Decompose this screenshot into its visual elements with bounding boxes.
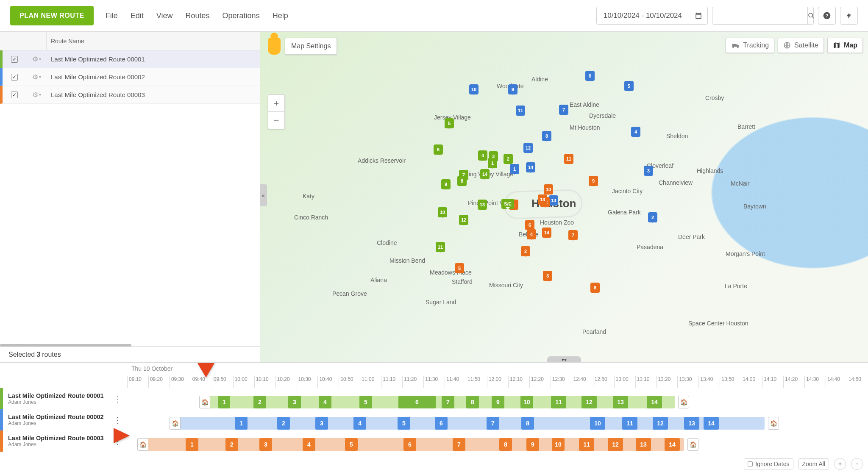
timeline-stop-3-1[interactable]: 1	[186, 438, 198, 451]
map-stop-gr-8[interactable]: 8	[457, 176, 467, 186]
timeline-stop-1-2[interactable]: 2	[253, 396, 266, 408]
timeline-stop-2-12[interactable]: 12	[653, 417, 668, 430]
map-stop-bl-8[interactable]: 8	[542, 131, 551, 141]
timeline-home-start-1[interactable]: 🏠	[199, 396, 210, 408]
timeline-route-label-2[interactable]: Last Mile Optimized Route 00002Adam Jone…	[0, 409, 127, 430]
plan-new-route-button[interactable]: PLAN NEW ROUTE	[10, 6, 94, 25]
map-stop-bl-11[interactable]: 11	[516, 106, 525, 116]
kebab-icon[interactable]: ⋮	[113, 415, 122, 425]
timeline-stop-1-13[interactable]: 13	[613, 396, 628, 408]
menu-operations[interactable]: Operations	[223, 11, 260, 20]
timeline-home-start-2[interactable]: 🏠	[170, 417, 181, 430]
timeline-stop-1-1[interactable]: 1	[218, 396, 230, 408]
map-stop-bl-3[interactable]: 3	[644, 166, 653, 176]
timeline-lane-2[interactable]: 123456781011121314	[177, 417, 765, 430]
map-stop-bl-12[interactable]: 12	[523, 143, 533, 153]
timeline-stop-1-4[interactable]: 4	[319, 396, 331, 408]
map-stop-gr-3[interactable]: 3	[489, 151, 498, 161]
map-stop-gr-4[interactable]: 4	[478, 150, 487, 161]
timeline-home-end-1[interactable]: 🏠	[678, 396, 689, 408]
route-gear-menu[interactable]: ⚙▾	[26, 55, 47, 63]
ignore-dates-toggle[interactable]: Ignore Dates	[744, 458, 793, 469]
timeline-stop-3-8[interactable]: 8	[499, 438, 512, 451]
map-stop-or-11[interactable]: 11	[564, 154, 573, 164]
map-stop-gr-9[interactable]: 9	[441, 179, 451, 189]
map-stop-or-3[interactable]: 3	[543, 271, 552, 281]
timeline-stop-3-13[interactable]: 13	[636, 438, 651, 451]
timeline-stop-1-8[interactable]: 8	[466, 396, 479, 408]
search-box[interactable]	[712, 7, 814, 25]
timeline-stop-2-3[interactable]: 3	[315, 417, 328, 430]
timeline-lane-3[interactable]: 1234567891011121314	[145, 438, 684, 451]
map-stop-or-7[interactable]: 7	[568, 230, 578, 240]
timeline-stop-1-14[interactable]: 14	[647, 396, 662, 408]
route-gear-menu[interactable]: ⚙▾	[26, 91, 47, 99]
timeline-stop-1-3[interactable]: 3	[288, 396, 301, 408]
zoom-all-button[interactable]: Zoom All	[798, 458, 829, 469]
map-stop-gr-10[interactable]: 10	[438, 207, 447, 217]
timeline-stop-2-10[interactable]: 10	[590, 417, 605, 430]
search-icon[interactable]	[807, 7, 815, 24]
map-stop-or-13[interactable]: 13	[538, 194, 547, 205]
kebab-icon[interactable]: ⋮	[113, 394, 122, 404]
timeline-zoom-out[interactable]: －	[851, 458, 863, 470]
map-stop-bl-5[interactable]: 5	[624, 81, 634, 91]
timeline-stop-2-11[interactable]: 11	[622, 417, 637, 430]
timeline-stop-3-3[interactable]: 3	[259, 438, 272, 451]
map-stop-bl-4[interactable]: 4	[631, 127, 640, 137]
timeline-stop-1-5[interactable]: 5	[359, 396, 372, 408]
map-toggle[interactable]: Map	[827, 38, 863, 53]
timeline-stop-3-2[interactable]: 2	[225, 438, 238, 451]
timeline-stop-3-4[interactable]: 4	[303, 438, 315, 451]
search-input[interactable]	[712, 12, 807, 19]
collapse-timeline-handle[interactable]: ▾▾	[547, 356, 581, 362]
timeline-zoom-in[interactable]: ＋	[834, 458, 846, 470]
timeline-stop-3-10[interactable]: 10	[552, 438, 565, 451]
timeline-stop-2-6[interactable]: 6	[435, 417, 448, 430]
route-row-1[interactable]: ✓⚙▾Last Mile Optimized Route 00001	[0, 50, 260, 68]
timeline-stop-3-6[interactable]: 6	[403, 438, 416, 451]
menu-help[interactable]: Help	[273, 11, 288, 20]
timeline-stop-2-1[interactable]: 1	[235, 417, 248, 430]
kebab-icon[interactable]: ⋮	[113, 436, 122, 446]
map-stop-gr-11[interactable]: 11	[436, 242, 445, 252]
route-gear-menu[interactable]: ⚙▾	[26, 73, 47, 81]
map-start-end-marker[interactable]: S/E	[501, 199, 514, 209]
map-stop-or-2[interactable]: 2	[521, 246, 530, 256]
column-header-route-name[interactable]: Route Name	[47, 38, 84, 44]
timeline-stop-1-7[interactable]: 7	[442, 396, 454, 408]
zoom-in-button[interactable]: +	[268, 95, 284, 112]
map-stop-bl-2[interactable]: 2	[648, 212, 657, 222]
tracking-toggle[interactable]: Tracking	[726, 38, 774, 53]
zoom-out-button[interactable]: −	[268, 112, 284, 129]
timeline-home-start-3[interactable]: 🏠	[137, 438, 148, 451]
timeline-stop-2-2[interactable]: 2	[277, 417, 290, 430]
timeline-lane-1[interactable]: 1234567891011121314	[207, 396, 675, 408]
help-icon[interactable]: ?	[818, 7, 836, 25]
map-stop-bl-9[interactable]: 9	[508, 84, 517, 94]
pegman-icon[interactable]	[268, 38, 281, 55]
timeline-stop-1-10[interactable]: 10	[520, 396, 533, 408]
timeline-stop-3-12[interactable]: 12	[608, 438, 623, 451]
map-stop-or-5[interactable]: 5	[455, 263, 464, 273]
timeline-stop-1-11[interactable]: 11	[551, 396, 566, 408]
date-range-picker[interactable]: 10/10/2024 - 10/10/2024	[596, 7, 708, 25]
timeline-stop-2-8[interactable]: 8	[521, 417, 534, 430]
map-stop-bl-1[interactable]: 1	[510, 164, 519, 174]
map-stop-or-9[interactable]: 9	[589, 176, 598, 186]
timeline-stop-1-12[interactable]: 12	[581, 396, 597, 408]
route-row-3[interactable]: ✓⚙▾Last Mile Optimized Route 00003	[0, 86, 260, 104]
timeline-stop-2-7[interactable]: 7	[487, 417, 499, 430]
map-stop-or-14[interactable]: 14	[542, 228, 551, 238]
timeline-stop-2-4[interactable]: 4	[353, 417, 366, 430]
calendar-icon[interactable]	[689, 7, 707, 24]
timeline-stop-3-14[interactable]: 14	[665, 438, 680, 451]
map-stop-or-6[interactable]: 6	[525, 220, 534, 230]
bolt-icon[interactable]	[840, 7, 858, 25]
map-stop-bl-7[interactable]: 7	[559, 105, 568, 115]
route-checkbox[interactable]: ✓	[11, 74, 18, 81]
menu-file[interactable]: File	[106, 11, 118, 20]
map[interactable]: Houston KatyCinco RanchAldineEast Aldine…	[260, 32, 868, 362]
timeline-stop-2-14[interactable]: 14	[704, 417, 719, 430]
map-stop-bl-14[interactable]: 14	[526, 162, 535, 172]
